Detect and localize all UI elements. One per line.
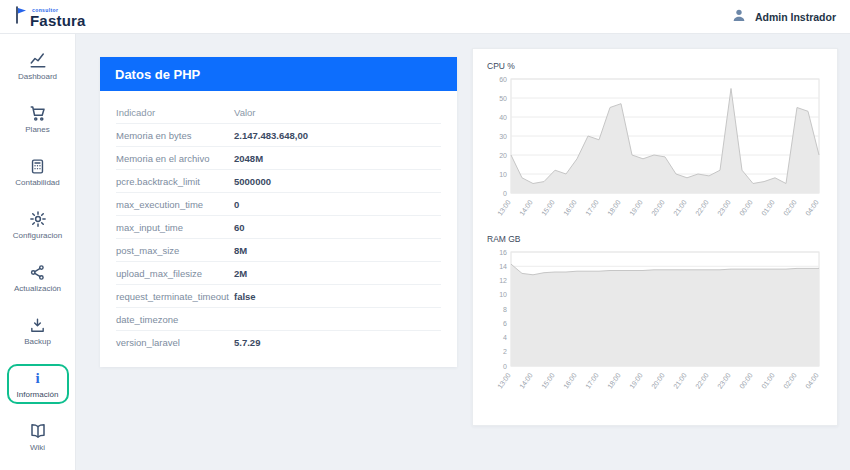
- logo-text: Fastura: [30, 13, 86, 28]
- svg-text:15:00: 15:00: [540, 198, 556, 216]
- brand-logo[interactable]: consultor Fastura: [14, 6, 86, 28]
- php-card-title: Datos de PHP: [100, 57, 457, 91]
- row-key: post_max_size: [116, 245, 234, 256]
- svg-text:00:00: 00:00: [738, 198, 754, 216]
- row-key: date_timezone: [116, 314, 234, 325]
- flag-icon: [14, 6, 28, 28]
- row-value: false: [234, 291, 441, 302]
- ram-area-chart: 024681012141613:0014:0015:0016:0017:0018…: [485, 247, 825, 405]
- svg-text:20:00: 20:00: [650, 198, 666, 216]
- svg-text:0: 0: [503, 190, 507, 197]
- sidebar-item-label: Contabilidad: [15, 178, 59, 187]
- sidebar-item-label: Dashboard: [18, 72, 57, 81]
- sidebar: Dashboard Planes Contabilidad Configurac…: [0, 34, 76, 470]
- php-data-card: Datos de PHP Indicador Valor Memoria en …: [100, 57, 457, 367]
- svg-text:23:00: 23:00: [716, 371, 732, 389]
- sidebar-item-backup[interactable]: Backup: [7, 311, 69, 351]
- table-row: request_terminate_timeout false: [116, 285, 441, 308]
- svg-text:01:00: 01:00: [760, 371, 776, 389]
- download-icon: [29, 316, 46, 334]
- svg-text:21:00: 21:00: [672, 198, 688, 216]
- topbar: consultor Fastura Admin Instrador: [0, 0, 850, 34]
- svg-text:17:00: 17:00: [584, 198, 600, 216]
- row-value: 5.7.29: [234, 337, 441, 348]
- svg-text:17:00: 17:00: [584, 371, 600, 389]
- svg-text:14:00: 14:00: [518, 371, 534, 389]
- svg-text:02:00: 02:00: [782, 198, 798, 216]
- user-avatar-icon: [731, 7, 747, 27]
- svg-text:16:00: 16:00: [562, 198, 578, 216]
- sidebar-item-configuracion[interactable]: Configuracion: [7, 205, 69, 245]
- svg-text:18:00: 18:00: [606, 371, 622, 389]
- row-value: 2.147.483.648,00: [234, 130, 441, 141]
- svg-text:15:00: 15:00: [540, 371, 556, 389]
- svg-text:22:00: 22:00: [694, 198, 710, 216]
- svg-text:10: 10: [499, 291, 507, 298]
- svg-text:23:00: 23:00: [716, 198, 732, 216]
- svg-text:16:00: 16:00: [562, 371, 578, 389]
- row-value: 8M: [234, 245, 441, 256]
- svg-text:22:00: 22:00: [694, 371, 710, 389]
- table-row: Memoria en el archivo 2048M: [116, 147, 441, 170]
- svg-text:00:00: 00:00: [738, 371, 754, 389]
- table-row: pcre.backtrack_limit 5000000: [116, 170, 441, 193]
- table-row: version_laravel 5.7.29: [116, 331, 441, 353]
- table-row: upload_max_filesize 2M: [116, 262, 441, 285]
- table-row: post_max_size 8M: [116, 239, 441, 262]
- table-header-row: Indicador Valor: [116, 101, 441, 124]
- sidebar-item-label: Backup: [24, 337, 51, 346]
- svg-text:2: 2: [503, 348, 507, 355]
- svg-text:8: 8: [503, 306, 507, 313]
- svg-text:20:00: 20:00: [650, 371, 666, 389]
- table-row: max_execution_time 0: [116, 193, 441, 216]
- sidebar-item-wiki[interactable]: Wiki: [7, 417, 69, 457]
- svg-text:4: 4: [503, 334, 507, 341]
- svg-text:20: 20: [499, 152, 507, 159]
- sidebar-item-label: Actualización: [14, 284, 61, 293]
- svg-text:60: 60: [499, 76, 507, 83]
- svg-text:16: 16: [499, 249, 507, 256]
- gear-icon: [29, 210, 47, 228]
- row-value: 0: [234, 199, 441, 210]
- row-key: request_terminate_timeout: [116, 291, 234, 302]
- sidebar-item-actualizacion[interactable]: Actualización: [7, 258, 69, 298]
- row-key: Memoria en bytes: [116, 130, 234, 141]
- row-value: 60: [234, 222, 441, 233]
- sidebar-item-informacion[interactable]: i Información: [7, 364, 69, 404]
- sidebar-item-planes[interactable]: Planes: [7, 99, 69, 139]
- svg-text:19:00: 19:00: [628, 371, 644, 389]
- calculator-icon: [29, 157, 46, 175]
- main-content: Datos de PHP Indicador Valor Memoria en …: [76, 34, 850, 470]
- table-row: max_input_time 60: [116, 216, 441, 239]
- svg-text:0: 0: [503, 363, 507, 370]
- sidebar-item-dashboard[interactable]: Dashboard: [7, 46, 69, 86]
- svg-text:14:00: 14:00: [518, 198, 534, 216]
- svg-text:30: 30: [499, 133, 507, 140]
- svg-text:19:00: 19:00: [628, 198, 644, 216]
- svg-text:10: 10: [499, 171, 507, 178]
- col-valor: Valor: [234, 107, 441, 118]
- charts-card: CPU % 010203040506013:0014:0015:0016:001…: [472, 48, 838, 426]
- row-key: max_input_time: [116, 222, 234, 233]
- row-key: upload_max_filesize: [116, 268, 234, 279]
- row-value: 5000000: [234, 176, 441, 187]
- php-table: Indicador Valor Memoria en bytes 2.147.4…: [100, 91, 457, 367]
- col-indicador: Indicador: [116, 107, 234, 118]
- svg-text:02:00: 02:00: [782, 371, 798, 389]
- svg-text:18:00: 18:00: [606, 198, 622, 216]
- svg-text:12: 12: [499, 277, 507, 284]
- share-nodes-icon: [29, 263, 46, 281]
- svg-text:13:00: 13:00: [496, 371, 512, 389]
- row-value: 2048M: [234, 153, 441, 164]
- sidebar-item-contabilidad[interactable]: Contabilidad: [7, 152, 69, 192]
- sidebar-item-label: Información: [17, 390, 59, 399]
- svg-text:04:00: 04:00: [804, 198, 820, 216]
- svg-text:6: 6: [503, 320, 507, 327]
- user-menu[interactable]: Admin Instrador: [731, 7, 836, 27]
- book-icon: [29, 422, 47, 440]
- svg-text:40: 40: [499, 114, 507, 121]
- table-row: date_timezone: [116, 308, 441, 331]
- svg-text:21:00: 21:00: [672, 371, 688, 389]
- dashboard-chart-icon: [29, 51, 47, 69]
- row-key: version_laravel: [116, 337, 234, 348]
